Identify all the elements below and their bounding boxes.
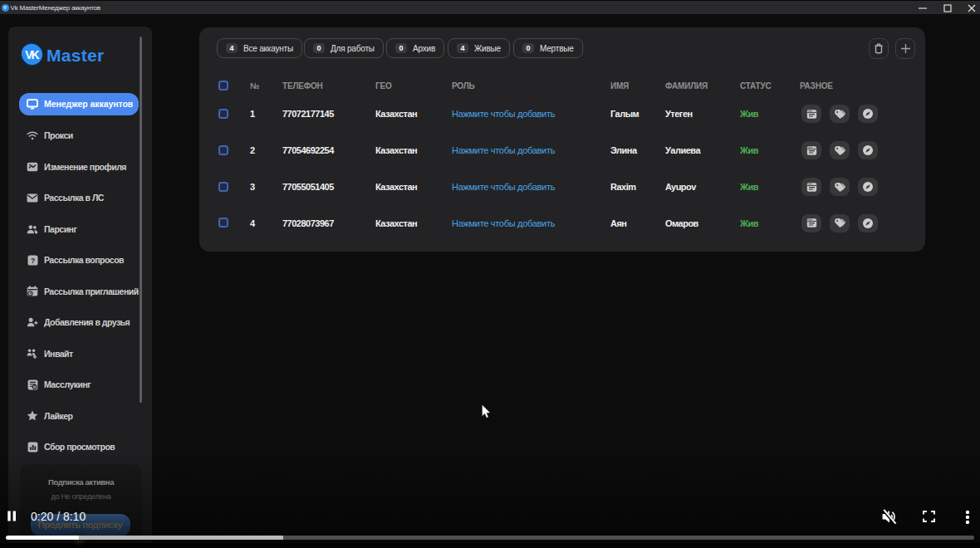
svg-text:?: ?: [30, 256, 34, 264]
svg-text:VK: VK: [25, 48, 39, 61]
svg-text:Master: Master: [47, 46, 105, 65]
